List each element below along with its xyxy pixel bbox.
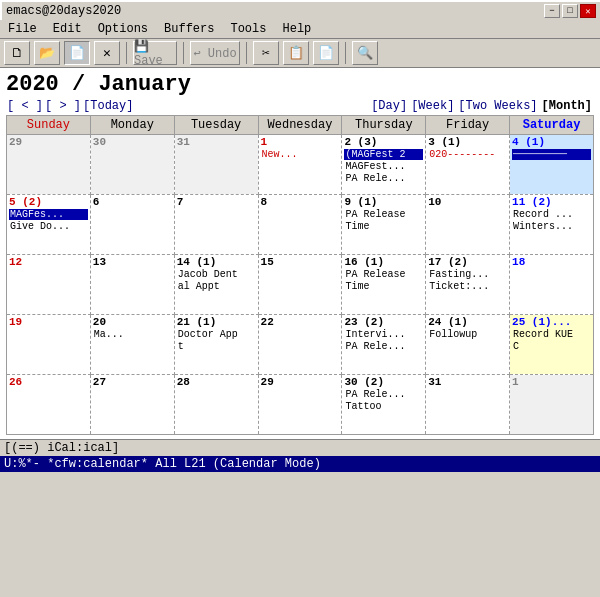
day-cell[interactable]: 8 [258,195,342,255]
day-cell[interactable]: 19 [7,315,91,375]
day-cell[interactable]: 16 (1) PA Release Time [342,255,426,315]
day-cell[interactable]: 13 [90,255,174,315]
nav-bar: [ < ] [ > ] [Today] [Day] [Week] [Two We… [6,99,594,113]
event[interactable]: Time [344,221,423,232]
save-button[interactable]: 💾 Save [133,41,177,65]
maximize-button[interactable]: □ [562,4,578,18]
day-cell[interactable]: 18 [510,255,594,315]
event[interactable]: Intervi... [344,329,423,340]
header-monday: Monday [90,116,174,135]
new-file-button[interactable]: 🗋 [4,41,30,65]
event[interactable]: C [512,341,591,352]
event[interactable]: Record ... [512,209,591,220]
event[interactable]: PA Rele... [344,173,423,184]
search-button[interactable]: 🔍 [352,41,378,65]
event[interactable]: PA Release [344,209,423,220]
menu-file[interactable]: File [4,21,41,37]
copy-button[interactable]: 📋 [283,41,309,65]
week-row: 29 30 31 1 New... 2 (3) (MAGFest 2 MAGFe… [7,135,594,195]
event[interactable]: Doctor App [177,329,256,340]
titlebar: emacs@20days2020 − □ ✕ [0,0,600,20]
day-cell[interactable]: 24 (1) Followup [426,315,510,375]
event[interactable]: Winters... [512,221,591,232]
day-cell[interactable]: 31 [426,375,510,435]
day-cell[interactable]: 10 [426,195,510,255]
event[interactable]: Record KUE [512,329,591,340]
day-cell[interactable]: 30 [90,135,174,195]
event[interactable]: PA Release [344,269,423,280]
day-cell[interactable]: 14 (1) Jacob Dent al Appt [174,255,258,315]
menu-help[interactable]: Help [278,21,315,37]
event[interactable]: (MAGFest 2 [344,149,423,160]
nav-week[interactable]: [Week] [409,99,456,113]
day-cell[interactable]: 7 [174,195,258,255]
active-button[interactable]: 📄 [64,41,90,65]
event[interactable]: PA Rele... [344,341,423,352]
header-thursday: Thursday [342,116,426,135]
nav-today[interactable]: [Today] [82,99,134,113]
header-wednesday: Wednesday [258,116,342,135]
event[interactable]: Ticket:... [428,281,507,292]
nav-month[interactable]: [Month] [540,99,594,113]
day-cell[interactable]: 5 (2) MAGFes... Give Do... [7,195,91,255]
day-cell[interactable]: 21 (1) Doctor App t [174,315,258,375]
day-cell[interactable]: 4 (1) ───────── [510,135,594,195]
nav-two-weeks[interactable]: [Two Weeks] [456,99,539,113]
open-file-button[interactable]: 📂 [34,41,60,65]
event[interactable]: Followup [428,329,507,340]
event[interactable]: PA Rele... [344,389,423,400]
nav-prev[interactable]: [ < ] [6,99,44,113]
event[interactable]: MAGFes... [9,209,88,220]
day-cell[interactable]: 29 [7,135,91,195]
day-cell[interactable]: 12 [7,255,91,315]
close-file-button[interactable]: ✕ [94,41,120,65]
day-cell[interactable]: 30 (2) PA Rele... Tattoo [342,375,426,435]
menu-buffers[interactable]: Buffers [160,21,218,37]
event[interactable]: Jacob Dent [177,269,256,280]
menu-edit[interactable]: Edit [49,21,86,37]
event[interactable]: Time [344,281,423,292]
day-cell[interactable]: 23 (2) Intervi... PA Rele... [342,315,426,375]
event[interactable]: New... [261,149,340,160]
nav-day[interactable]: [Day] [369,99,409,113]
day-cell[interactable]: 22 [258,315,342,375]
day-cell[interactable]: 1 [510,375,594,435]
status-bar-2: U:%*- *cfw:calendar* All L21 (Calendar M… [0,456,600,472]
event[interactable]: al Appt [177,281,256,292]
event[interactable]: t [177,341,256,352]
day-cell[interactable]: 29 [258,375,342,435]
undo-button[interactable]: ↩ Undo [190,41,240,65]
day-cell[interactable]: 1 New... [258,135,342,195]
menu-options[interactable]: Options [94,21,152,37]
day-cell[interactable]: 6 [90,195,174,255]
day-cell[interactable]: 17 (2) Fasting... Ticket:... [426,255,510,315]
menu-tools[interactable]: Tools [226,21,270,37]
event[interactable]: Ma... [93,329,172,340]
event[interactable]: Tattoo [344,401,423,412]
event[interactable]: ───────── [512,149,591,160]
minimize-button[interactable]: − [544,4,560,18]
day-cell[interactable]: 3 (1) 020-------- [426,135,510,195]
header-sunday: Sunday [7,116,91,135]
menubar: File Edit Options Buffers Tools Help [0,20,600,39]
event[interactable]: MAGFest... [344,161,423,172]
day-cell[interactable]: 2 (3) (MAGFest 2 MAGFest... PA Rele... [342,135,426,195]
day-cell[interactable]: 26 [7,375,91,435]
day-cell[interactable]: 20 Ma... [90,315,174,375]
event[interactable]: Fasting... [428,269,507,280]
cut-button[interactable]: ✂ [253,41,279,65]
close-button[interactable]: ✕ [580,4,596,18]
day-cell[interactable]: 27 [90,375,174,435]
day-cell[interactable]: 25 (1)... Record KUE C [510,315,594,375]
day-cell[interactable]: 15 [258,255,342,315]
day-cell[interactable]: 31 [174,135,258,195]
calendar-grid: Sunday Monday Tuesday Wednesday Thursday… [6,115,594,435]
event[interactable]: 020-------- [428,149,507,160]
day-cell[interactable]: 9 (1) PA Release Time [342,195,426,255]
day-cell[interactable]: 11 (2) Record ... Winters... [510,195,594,255]
status-text-1: [(==) iCal:ical] [4,441,119,455]
nav-next[interactable]: [ > ] [44,99,82,113]
paste-button[interactable]: 📄 [313,41,339,65]
day-cell[interactable]: 28 [174,375,258,435]
event[interactable]: Give Do... [9,221,88,232]
